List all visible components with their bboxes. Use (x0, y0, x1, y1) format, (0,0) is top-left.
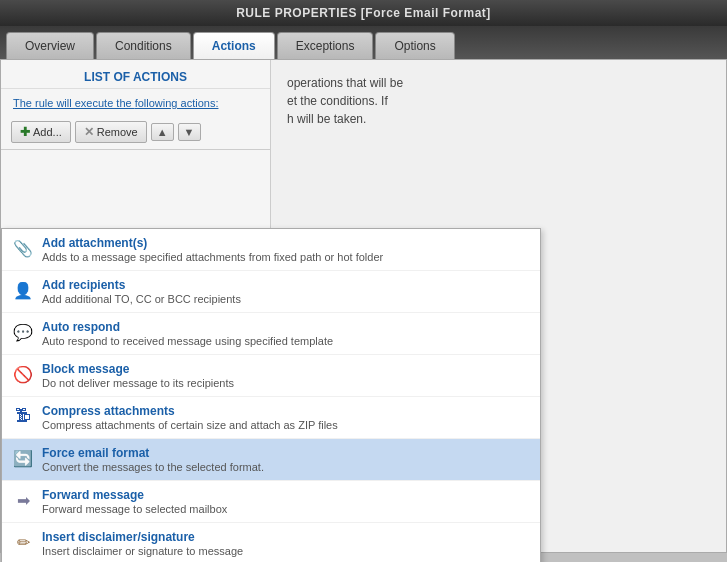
move-up-button[interactable]: ▲ (151, 123, 174, 141)
up-arrow-icon: ▲ (157, 126, 168, 138)
dropdown-item-auto-respond[interactable]: 💬Auto respondAuto respond to received me… (2, 313, 540, 355)
list-header: LIST OF ACTIONS (1, 60, 270, 89)
move-down-button[interactable]: ▼ (178, 123, 201, 141)
compress-attachments-icon: 🗜 (12, 405, 34, 427)
down-arrow-icon: ▼ (184, 126, 195, 138)
block-message-description: Do not deliver message to its recipients (42, 377, 530, 389)
add-button[interactable]: ✚ Add... (11, 121, 71, 143)
main-content: LIST OF ACTIONS The rule will execute th… (0, 59, 727, 553)
auto-respond-title: Auto respond (42, 320, 530, 334)
dropdown-item-block-message[interactable]: 🚫Block messageDo not deliver message to … (2, 355, 540, 397)
tab-options[interactable]: Options (375, 32, 454, 59)
insert-disclaimer-description: Insert disclaimer or signature to messag… (42, 545, 530, 557)
dropdown-item-compress-attachments[interactable]: 🗜Compress attachmentsCompress attachment… (2, 397, 540, 439)
tab-bar: Overview Conditions Actions Exceptions O… (0, 26, 727, 59)
dropdown-item-insert-disclaimer[interactable]: ✏Insert disclaimer/signatureInsert discl… (2, 523, 540, 562)
actions-dropdown: 📎Add attachment(s)Adds to a message spec… (1, 228, 541, 562)
add-attachments-title: Add attachment(s) (42, 236, 530, 250)
tab-actions[interactable]: Actions (193, 32, 275, 59)
compress-attachments-title: Compress attachments (42, 404, 530, 418)
title-text: RULE PROPERTIES [Force Email Format] (236, 6, 491, 20)
remove-icon: ✕ (84, 125, 94, 139)
add-recipients-icon: 👤 (12, 279, 34, 301)
force-email-format-icon: 🔄 (12, 447, 34, 469)
insert-disclaimer-icon: ✏ (12, 531, 34, 553)
add-attachments-description: Adds to a message specified attachments … (42, 251, 530, 263)
block-message-icon: 🚫 (12, 363, 34, 385)
remove-button[interactable]: ✕ Remove (75, 121, 147, 143)
dropdown-item-forward-message[interactable]: ➡Forward messageForward message to selec… (2, 481, 540, 523)
list-subtext: The rule will execute the following acti… (1, 89, 270, 115)
add-recipients-description: Add additional TO, CC or BCC recipients (42, 293, 530, 305)
dropdown-item-add-attachments[interactable]: 📎Add attachment(s)Adds to a message spec… (2, 229, 540, 271)
auto-respond-icon: 💬 (12, 321, 34, 343)
force-email-format-description: Convert the messages to the selected for… (42, 461, 530, 473)
tab-overview[interactable]: Overview (6, 32, 94, 59)
forward-message-icon: ➡ (12, 489, 34, 511)
tab-conditions[interactable]: Conditions (96, 32, 191, 59)
tab-exceptions[interactable]: Exceptions (277, 32, 374, 59)
toolbar: ✚ Add... ✕ Remove ▲ ▼ (1, 115, 270, 150)
dropdown-item-force-email-format[interactable]: 🔄Force email formatConvert the messages … (2, 439, 540, 481)
add-icon: ✚ (20, 125, 30, 139)
block-message-title: Block message (42, 362, 530, 376)
forward-message-title: Forward message (42, 488, 530, 502)
title-bar: RULE PROPERTIES [Force Email Format] (0, 0, 727, 26)
dropdown-item-add-recipients[interactable]: 👤Add recipientsAdd additional TO, CC or … (2, 271, 540, 313)
insert-disclaimer-title: Insert disclaimer/signature (42, 530, 530, 544)
add-recipients-title: Add recipients (42, 278, 530, 292)
following-actions-link: following actions: (135, 97, 219, 109)
forward-message-description: Forward message to selected mailbox (42, 503, 530, 515)
compress-attachments-description: Compress attachments of certain size and… (42, 419, 530, 431)
auto-respond-description: Auto respond to received message using s… (42, 335, 530, 347)
force-email-format-title: Force email format (42, 446, 530, 460)
add-attachments-icon: 📎 (12, 237, 34, 259)
